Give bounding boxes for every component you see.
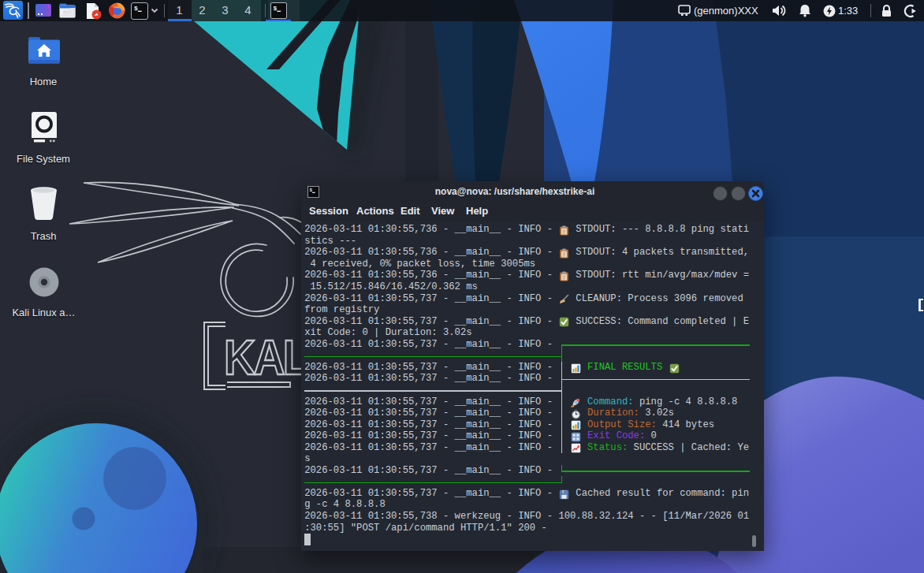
svg-text:KAL: KAL <box>224 329 308 385</box>
